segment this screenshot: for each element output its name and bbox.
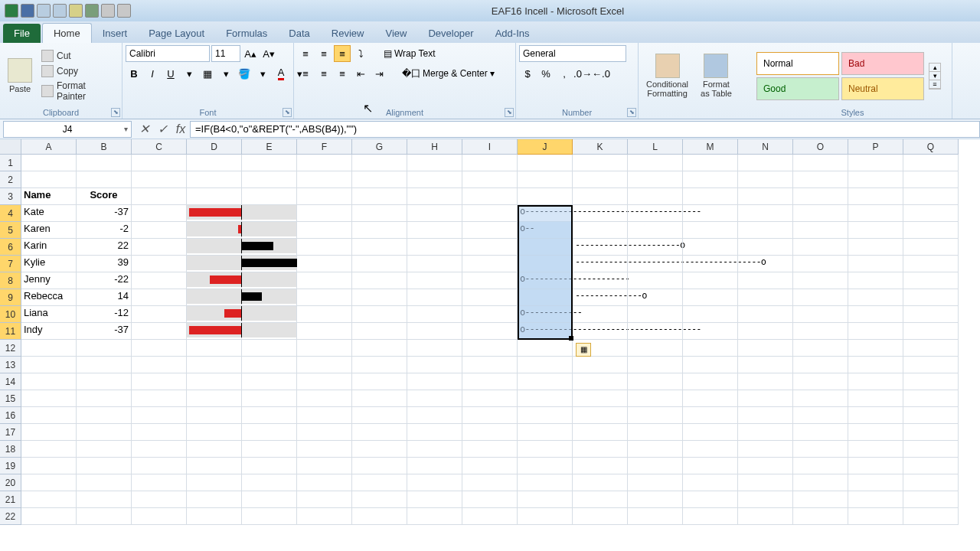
row-header-11[interactable]: 11 bbox=[0, 323, 21, 340]
merge-center-button[interactable]: �囗Merge & Center▾ bbox=[397, 65, 500, 82]
cancel-formula-icon[interactable]: ✕ bbox=[135, 122, 153, 136]
wrap-text-button[interactable]: ▤Wrap Text bbox=[378, 45, 441, 62]
number-format-select[interactable] bbox=[519, 45, 626, 62]
percent-button[interactable]: % bbox=[537, 65, 554, 82]
tab-home[interactable]: Home bbox=[42, 23, 92, 43]
underline-split[interactable]: ▾ bbox=[181, 65, 198, 82]
row-header-3[interactable]: 3 bbox=[0, 188, 21, 205]
col-header-F[interactable]: F bbox=[297, 139, 352, 155]
align-left-button[interactable]: ≡ bbox=[297, 65, 314, 82]
borders-split[interactable]: ▾ bbox=[217, 65, 234, 82]
enter-formula-icon[interactable]: ✓ bbox=[153, 122, 172, 136]
format-painter-button[interactable]: Format Painter bbox=[40, 80, 119, 103]
row-header-10[interactable]: 10 bbox=[0, 306, 21, 323]
conditional-formatting-button[interactable]: Conditional Formatting bbox=[642, 52, 693, 99]
col-header-E[interactable]: E bbox=[242, 139, 297, 155]
comma-button[interactable]: , bbox=[556, 65, 573, 82]
tab-page-layout[interactable]: Page Layout bbox=[138, 24, 215, 43]
select-all-corner[interactable] bbox=[0, 139, 21, 155]
row-header-1[interactable]: 1 bbox=[0, 155, 21, 171]
row-header-15[interactable]: 15 bbox=[0, 390, 21, 407]
col-header-Q[interactable]: Q bbox=[903, 139, 959, 155]
row-header-20[interactable]: 20 bbox=[0, 474, 21, 491]
save-icon[interactable] bbox=[21, 4, 34, 18]
col-header-H[interactable]: H bbox=[407, 139, 462, 155]
fill-color-button[interactable]: 🪣 bbox=[236, 65, 253, 82]
qat-icon-4[interactable] bbox=[117, 4, 131, 18]
name-box[interactable]: J4 bbox=[3, 121, 132, 138]
shrink-font-button[interactable]: A▾ bbox=[260, 45, 277, 62]
align-top-button[interactable]: ≡ bbox=[297, 45, 314, 62]
italic-button[interactable]: I bbox=[144, 65, 161, 82]
style-good[interactable]: Good bbox=[756, 77, 839, 100]
row-header-21[interactable]: 21 bbox=[0, 491, 21, 508]
font-launcher[interactable]: ⬊ bbox=[283, 108, 292, 117]
undo-icon[interactable] bbox=[37, 4, 51, 18]
currency-button[interactable]: $ bbox=[519, 65, 536, 82]
style-neutral[interactable]: Neutral bbox=[841, 77, 924, 100]
row-header-2[interactable]: 2 bbox=[0, 171, 21, 188]
clipboard-launcher[interactable]: ⬊ bbox=[111, 108, 120, 117]
indent-dec-button[interactable]: ⇤ bbox=[352, 65, 369, 82]
qat-icon-1[interactable] bbox=[69, 4, 83, 18]
tab-developer[interactable]: Developer bbox=[417, 24, 484, 43]
row-header-4[interactable]: 4 bbox=[0, 205, 21, 222]
align-bottom-button[interactable]: ≡ bbox=[334, 45, 351, 62]
col-header-N[interactable]: N bbox=[738, 139, 793, 155]
indent-inc-button[interactable]: ⇥ bbox=[371, 65, 387, 82]
font-size-select[interactable] bbox=[211, 45, 240, 62]
col-header-D[interactable]: D bbox=[187, 139, 242, 155]
fx-icon[interactable]: fx bbox=[172, 122, 190, 136]
style-bad[interactable]: Bad bbox=[841, 52, 924, 75]
column-headers[interactable]: ABCDEFGHIJKLMNOPQ bbox=[21, 139, 959, 155]
borders-button[interactable]: ▦ bbox=[199, 65, 216, 82]
row-header-6[interactable]: 6 bbox=[0, 239, 21, 256]
grow-font-button[interactable]: A▴ bbox=[242, 45, 259, 62]
formula-bar[interactable] bbox=[190, 121, 980, 138]
autofill-options-button[interactable]: ▦ bbox=[576, 343, 591, 357]
fill-split[interactable]: ▾ bbox=[254, 65, 271, 82]
styles-scroll[interactable]: ▴▾≡ bbox=[929, 63, 941, 90]
row-header-16[interactable]: 16 bbox=[0, 407, 21, 424]
font-color-button[interactable]: A bbox=[273, 65, 289, 82]
alignment-launcher[interactable]: ⬊ bbox=[505, 108, 514, 117]
col-header-G[interactable]: G bbox=[352, 139, 407, 155]
underline-button[interactable]: U bbox=[162, 65, 179, 82]
align-center-button[interactable]: ≡ bbox=[315, 65, 332, 82]
col-header-O[interactable]: O bbox=[793, 139, 848, 155]
paste-button[interactable]: Paste bbox=[3, 57, 37, 95]
file-tab[interactable]: File bbox=[3, 24, 41, 43]
col-header-L[interactable]: L bbox=[628, 139, 683, 155]
row-header-12[interactable]: 12 bbox=[0, 340, 21, 357]
format-as-table-button[interactable]: Format as Table bbox=[696, 52, 737, 99]
copy-button[interactable]: Copy bbox=[40, 64, 119, 78]
tab-insert[interactable]: Insert bbox=[92, 24, 139, 43]
style-normal[interactable]: Normal bbox=[756, 52, 839, 75]
tab-data[interactable]: Data bbox=[278, 24, 320, 43]
qat-icon-3[interactable] bbox=[101, 4, 115, 18]
col-header-K[interactable]: K bbox=[573, 139, 628, 155]
row-header-14[interactable]: 14 bbox=[0, 373, 21, 390]
inc-decimal-button[interactable]: .0→ bbox=[574, 65, 591, 82]
orientation-button[interactable]: ⤵ bbox=[352, 45, 369, 62]
tab-review[interactable]: Review bbox=[321, 24, 375, 43]
row-header-8[interactable]: 8 bbox=[0, 272, 21, 289]
col-header-I[interactable]: I bbox=[462, 139, 518, 155]
col-header-J[interactable]: J bbox=[518, 139, 573, 155]
align-right-button[interactable]: ≡ bbox=[334, 65, 351, 82]
col-header-B[interactable]: B bbox=[77, 139, 132, 155]
row-header-9[interactable]: 9 bbox=[0, 289, 21, 306]
col-header-P[interactable]: P bbox=[848, 139, 903, 155]
align-middle-button[interactable]: ≡ bbox=[315, 45, 332, 62]
cells-area[interactable]: NameScoreKate-37o-----------------------… bbox=[21, 155, 959, 525]
col-header-A[interactable]: A bbox=[21, 139, 77, 155]
number-launcher[interactable]: ⬊ bbox=[627, 108, 636, 117]
font-name-select[interactable] bbox=[126, 45, 210, 62]
col-header-M[interactable]: M bbox=[683, 139, 738, 155]
redo-icon[interactable] bbox=[53, 4, 67, 18]
tab-formulas[interactable]: Formulas bbox=[215, 24, 278, 43]
row-header-13[interactable]: 13 bbox=[0, 357, 21, 373]
tab-addins[interactable]: Add-Ins bbox=[485, 24, 541, 43]
tab-view[interactable]: View bbox=[374, 24, 417, 43]
qat-icon-2[interactable] bbox=[85, 4, 99, 18]
